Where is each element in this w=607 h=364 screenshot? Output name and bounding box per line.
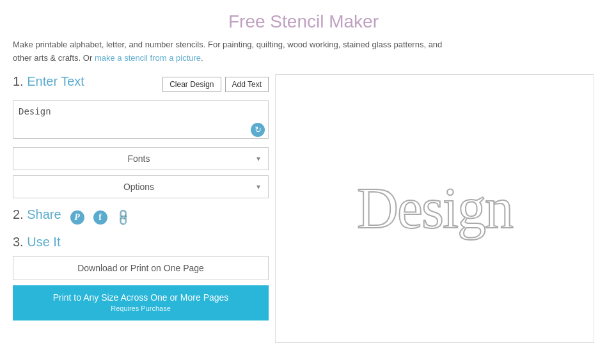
stencil-preview-panel: Design	[275, 74, 594, 343]
section2-title: 2. Share	[13, 207, 61, 222]
fonts-dropdown[interactable]: Fonts ▾	[13, 147, 269, 170]
print-size-button[interactable]: Print to Any Size Across One or More Pag…	[13, 285, 269, 320]
refresh-icon[interactable]: ↻	[251, 123, 265, 137]
left-panel: 1. Enter Text Clear Design Add Text Desi…	[13, 74, 275, 343]
download-button[interactable]: Download or Print on One Page	[13, 256, 269, 280]
text-input-wrapper: Design ↻	[13, 100, 269, 141]
picture-stencil-link[interactable]: make a stencil from a picture	[95, 53, 201, 63]
add-text-button[interactable]: Add Text	[225, 77, 269, 92]
fonts-chevron-icon: ▾	[256, 154, 260, 163]
section3-title: 3. Use It	[13, 235, 269, 249]
clear-design-button[interactable]: Clear Design	[162, 77, 221, 92]
stencil-preview-text: Design	[344, 173, 525, 244]
section1-title: 1. Enter Text	[13, 74, 84, 89]
facebook-icon[interactable]: f	[93, 210, 107, 225]
share-link-icon[interactable]: 🔗	[113, 208, 133, 228]
pinterest-icon[interactable]: P	[70, 210, 84, 225]
section3: 3. Use It Download or Print on One Page …	[13, 235, 269, 320]
options-chevron-icon: ▾	[256, 182, 260, 191]
options-dropdown[interactable]: Options ▾	[13, 175, 269, 198]
page-description: Make printable alphabet, letter, and num…	[13, 38, 461, 65]
page-title: Free Stencil Maker	[13, 0, 594, 38]
design-text-input[interactable]: Design	[13, 100, 269, 139]
section2: 2. Share P f 🔗	[13, 207, 269, 228]
section1-header: 1. Enter Text Clear Design Add Text	[13, 74, 269, 95]
toolbar-buttons: Clear Design Add Text	[162, 77, 269, 92]
share-row: 2. Share P f 🔗	[13, 207, 269, 228]
